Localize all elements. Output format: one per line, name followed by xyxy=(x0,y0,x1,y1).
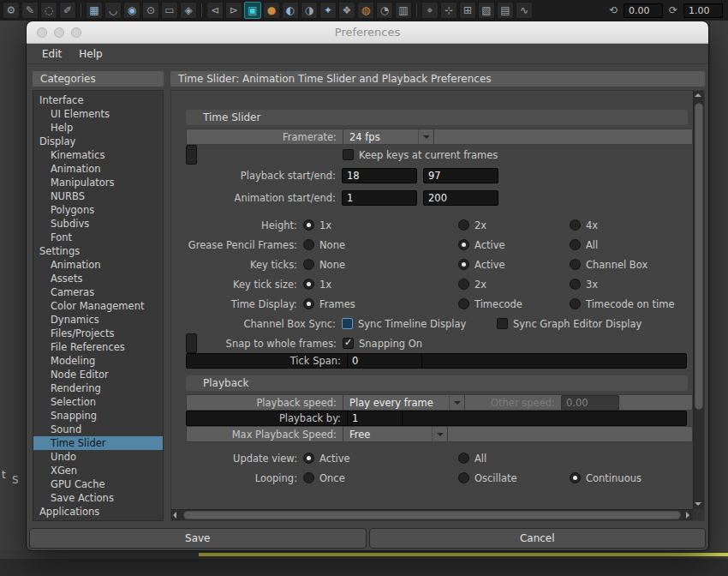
render-sphere-icon[interactable]: ● xyxy=(263,2,280,19)
radio-option-continuous[interactable]: Continuous xyxy=(570,472,641,484)
category-item-animation[interactable]: Animation xyxy=(33,162,163,176)
category-item-settings[interactable]: Settings xyxy=(33,244,163,258)
radio-option-timecode[interactable]: Timecode xyxy=(458,298,570,310)
category-item-xgen[interactable]: XGen xyxy=(33,464,163,477)
clock-icon[interactable]: ◔ xyxy=(376,2,393,19)
category-item-selection[interactable]: Selection xyxy=(33,395,163,409)
horizontal-scrollbar[interactable] xyxy=(171,509,693,520)
rewind-icon[interactable]: ⟲ xyxy=(606,3,620,17)
snap-to-view-planes-icon[interactable]: ▭ xyxy=(161,2,178,19)
snap-to-grids-icon[interactable]: ▦ xyxy=(86,2,103,19)
radio-option-all[interactable]: All xyxy=(458,453,570,465)
radio-option-4x[interactable]: 4x xyxy=(570,219,598,231)
category-item-kinematics[interactable]: Kinematics xyxy=(33,148,163,162)
loop-icon-value-field[interactable]: 1.00 xyxy=(683,3,723,18)
menu-help[interactable]: Help xyxy=(70,45,110,63)
checkbox-option-sync-timeline-display[interactable]: Sync Timeline Display xyxy=(342,318,497,330)
checkbox-sync-timeline-display[interactable] xyxy=(342,318,353,329)
radio-1x[interactable] xyxy=(303,219,314,231)
pick-component-icon[interactable]: ⊹ xyxy=(440,2,457,19)
radio-2x[interactable] xyxy=(458,219,469,231)
pencil-tool-icon[interactable]: ✎ xyxy=(21,2,39,19)
minimize-button[interactable] xyxy=(54,27,64,38)
curve-display-icon[interactable]: ∿ xyxy=(516,2,533,19)
radio-none[interactable] xyxy=(303,239,314,250)
vertical-scroll-thumb[interactable] xyxy=(695,103,703,410)
category-item-cameras[interactable]: Cameras xyxy=(33,285,163,299)
category-item-ui-elements[interactable]: UI Elements xyxy=(33,107,163,121)
scroll-left-button[interactable] xyxy=(171,510,182,521)
radio-option-none[interactable]: None xyxy=(303,259,458,271)
radio-none[interactable] xyxy=(303,259,314,270)
radio-2x[interactable] xyxy=(458,279,469,290)
render-ball-icon[interactable]: ◍ xyxy=(357,2,374,19)
category-item-display[interactable]: Display xyxy=(33,135,163,148)
radio-option-frames[interactable]: Frames xyxy=(303,298,458,310)
paint-select-icon[interactable]: ✐ xyxy=(59,2,76,19)
radio-option-channel-box[interactable]: Channel Box xyxy=(570,259,647,271)
close-button[interactable] xyxy=(37,27,47,38)
category-item-assets[interactable]: Assets xyxy=(33,272,163,285)
radio-option-3x[interactable]: 3x xyxy=(570,279,598,291)
radio-timecode-on-time[interactable] xyxy=(570,298,581,309)
category-item-applications[interactable]: Applications xyxy=(33,505,163,519)
category-item-undo[interactable]: Undo xyxy=(33,450,163,464)
checkbox-keep-keys-at-current-frames[interactable] xyxy=(343,149,354,160)
radio-channel-box[interactable] xyxy=(570,259,581,270)
output-connections-icon[interactable]: ⊳ xyxy=(225,2,242,19)
radio-3x[interactable] xyxy=(570,279,581,290)
category-item-polygons[interactable]: Polygons xyxy=(33,203,163,217)
radio-option-2x[interactable]: 2x xyxy=(458,279,570,291)
category-item-save-actions[interactable]: Save Actions xyxy=(33,491,163,505)
input-connections-icon[interactable]: ⊲ xyxy=(206,2,224,19)
category-item-snapping[interactable]: Snapping xyxy=(33,409,163,423)
radio-continuous[interactable] xyxy=(570,472,581,483)
zoom-button[interactable] xyxy=(71,27,81,38)
radio-frames[interactable] xyxy=(303,298,314,309)
section-header-playback[interactable]: Playback xyxy=(186,375,688,391)
scroll-right-button[interactable] xyxy=(682,510,693,521)
screen-panel-icon[interactable]: ▤ xyxy=(497,2,514,19)
checkbox-option-keep-keys-at-current-frames[interactable]: Keep keys at current frames xyxy=(343,149,498,161)
category-item-subdivs[interactable]: Subdivs xyxy=(33,217,163,231)
section-header-time-slider[interactable]: Time Slider xyxy=(186,110,688,125)
radio-option-timecode-on-time[interactable]: Timecode on time xyxy=(570,298,675,310)
category-item-manipulators[interactable]: Manipulators xyxy=(33,176,163,189)
save-button[interactable]: Save xyxy=(29,528,367,549)
radio-active[interactable] xyxy=(303,453,314,464)
pick-object-icon[interactable]: ⌖ xyxy=(421,2,439,19)
radio-option-active[interactable]: Active xyxy=(458,259,570,271)
category-item-animation-2[interactable]: Animation xyxy=(33,258,163,272)
radio-all[interactable] xyxy=(458,453,469,464)
radio-active[interactable] xyxy=(458,239,469,250)
radio-4x[interactable] xyxy=(570,219,581,231)
radio-option-active[interactable]: Active xyxy=(458,239,570,251)
radio-timecode[interactable] xyxy=(458,298,469,309)
scroll-down-button[interactable] xyxy=(693,498,704,509)
radio-all[interactable] xyxy=(570,239,581,250)
panel-icon[interactable]: ▥ xyxy=(395,2,412,19)
checkbox-option-snapping-on[interactable]: Snapping On xyxy=(343,338,422,350)
horizontal-scroll-thumb[interactable] xyxy=(183,511,681,519)
radio-option-1x[interactable]: 1x xyxy=(303,219,458,231)
tick-span-input[interactable]: 0 xyxy=(347,353,422,369)
category-item-interface[interactable]: Interface xyxy=(33,93,163,107)
category-item-modeling[interactable]: Modeling xyxy=(33,354,163,368)
tool-settings-icon[interactable]: ⚙ xyxy=(3,2,20,19)
radio-once[interactable] xyxy=(303,472,314,483)
loop-icon[interactable]: ⟳ xyxy=(666,3,680,17)
paint-effects-icon[interactable]: ❖ xyxy=(338,2,355,19)
lasso-select-icon[interactable]: ◌ xyxy=(40,2,57,19)
playback-start-end-input-2[interactable]: 97 xyxy=(423,168,498,183)
playback-start-end-input-1[interactable]: 18 xyxy=(342,168,417,183)
playback-by-input[interactable]: 1 xyxy=(347,411,403,426)
window-titlebar[interactable]: Preferences xyxy=(27,21,708,44)
snap-to-points-icon[interactable]: ◉ xyxy=(123,2,140,19)
category-item-time-slider[interactable]: Time Slider xyxy=(33,436,163,450)
category-item-file-references[interactable]: File References xyxy=(33,340,163,354)
checkbox-option-sync-graph-editor-display[interactable]: Sync Graph Editor Display xyxy=(497,318,641,330)
checkbox-snapping-on[interactable] xyxy=(343,338,354,349)
radio-1x[interactable] xyxy=(303,279,314,290)
radio-option-2x[interactable]: 2x xyxy=(458,219,570,231)
radio-option-once[interactable]: Once xyxy=(303,472,458,484)
